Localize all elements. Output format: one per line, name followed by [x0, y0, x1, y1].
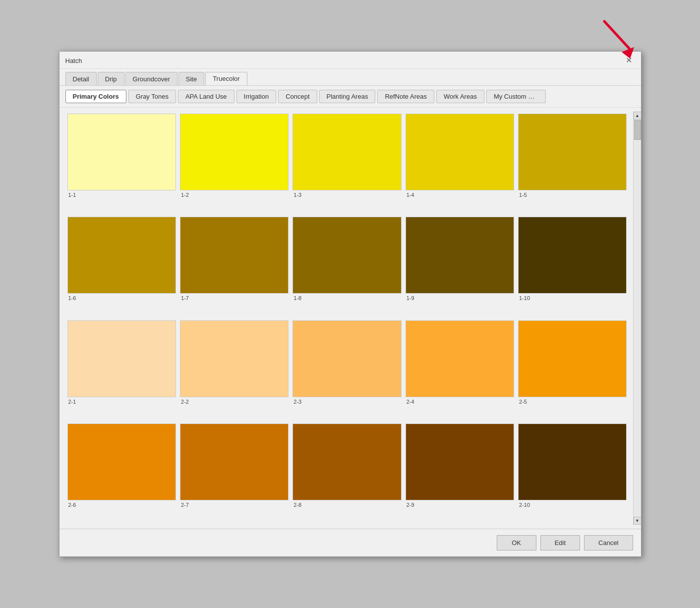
color-label-2-6: 2-6: [67, 502, 176, 508]
color-cell-2-6[interactable]: 2-6: [65, 422, 178, 525]
cat-tab-my-custom-whe[interactable]: My Custom Whe: [486, 90, 546, 103]
color-swatch-2-1: [67, 320, 176, 397]
scrollbar: ▲ ▼: [633, 112, 641, 525]
cancel-button[interactable]: Cancel: [584, 535, 633, 550]
scroll-down-button[interactable]: ▼: [634, 517, 641, 525]
cat-tab-work-areas[interactable]: Work Areas: [436, 90, 484, 103]
footer: OK Edit Cancel: [59, 529, 641, 556]
dialog-title: Hatch: [65, 57, 82, 64]
color-swatch-2-6: [67, 424, 176, 500]
color-cell-1-5[interactable]: 1-5: [516, 112, 629, 215]
color-label-1-4: 1-4: [406, 192, 514, 198]
cat-tab-primary-colors[interactable]: Primary Colors: [65, 90, 126, 103]
title-bar: Hatch ✕: [59, 52, 641, 69]
scroll-up-button[interactable]: ▲: [634, 112, 641, 120]
color-cell-2-8[interactable]: 2-8: [291, 422, 403, 525]
svg-line-0: [604, 21, 632, 51]
color-label-2-9: 2-9: [406, 502, 514, 508]
color-cell-1-10[interactable]: 1-10: [516, 215, 629, 318]
color-label-1-2: 1-2: [180, 192, 289, 198]
color-cell-2-7[interactable]: 2-7: [178, 422, 291, 525]
color-swatch-1-8: [292, 217, 401, 294]
color-grid: 1-11-21-31-41-51-61-71-81-91-102-12-22-3…: [65, 112, 633, 525]
cat-tab-irrigation[interactable]: Irrigation: [236, 90, 277, 103]
color-label-1-8: 1-8: [292, 295, 401, 301]
color-swatch-2-9: [406, 424, 514, 500]
tab-detail[interactable]: Detail: [65, 72, 97, 85]
color-label-2-1: 2-1: [67, 399, 176, 405]
tab-groundcover[interactable]: Groundcover: [125, 72, 177, 85]
tab-drip[interactable]: Drip: [98, 72, 124, 85]
color-label-1-10: 1-10: [518, 295, 627, 301]
color-swatch-2-3: [292, 320, 401, 397]
color-label-1-5: 1-5: [518, 192, 627, 198]
color-cell-2-2[interactable]: 2-2: [178, 318, 291, 422]
color-swatch-1-10: [518, 217, 627, 294]
cat-tab-apa-land-use[interactable]: APA Land Use: [178, 90, 234, 103]
color-swatch-2-7: [180, 424, 289, 500]
scroll-thumb[interactable]: [634, 120, 641, 140]
scroll-track: [634, 120, 641, 517]
cat-tab-concept[interactable]: Concept: [278, 90, 317, 103]
color-cell-2-1[interactable]: 2-1: [65, 318, 178, 422]
cat-tab-gray-tones[interactable]: Gray Tones: [128, 90, 176, 103]
cat-tab-planting-areas[interactable]: Planting Areas: [319, 90, 376, 103]
color-label-2-8: 2-8: [292, 502, 401, 508]
color-label-2-5: 2-5: [518, 399, 627, 405]
color-cell-2-10[interactable]: 2-10: [516, 422, 629, 525]
color-swatch-2-8: [292, 424, 401, 500]
top-tabs-row: Detail Drip Groundcover Site Truecolor: [59, 69, 641, 86]
color-cell-1-7[interactable]: 1-7: [178, 215, 291, 318]
color-swatch-2-10: [518, 424, 627, 500]
edit-button[interactable]: Edit: [540, 535, 580, 550]
color-cell-1-6[interactable]: 1-6: [65, 215, 178, 318]
color-swatch-1-4: [406, 114, 514, 190]
color-cell-1-2[interactable]: 1-2: [178, 112, 291, 215]
color-label-1-6: 1-6: [67, 295, 176, 301]
color-label-2-10: 2-10: [518, 502, 627, 508]
hatch-dialog: Hatch ✕ Detail Drip Groundcover Site Tru…: [59, 51, 642, 557]
color-swatch-1-3: [292, 114, 401, 190]
color-cell-2-4[interactable]: 2-4: [404, 318, 516, 422]
color-cell-1-9[interactable]: 1-9: [404, 215, 516, 318]
main-content: 1-11-21-31-41-51-61-71-81-91-102-12-22-3…: [59, 108, 641, 529]
color-label-2-7: 2-7: [180, 502, 289, 508]
color-swatch-1-1: [67, 114, 176, 190]
color-cell-2-9[interactable]: 2-9: [404, 422, 516, 525]
color-cell-1-1[interactable]: 1-1: [65, 112, 178, 215]
color-label-2-3: 2-3: [292, 399, 401, 405]
color-swatch-1-7: [180, 217, 289, 294]
color-swatch-2-2: [180, 320, 289, 397]
color-label-1-9: 1-9: [406, 295, 514, 301]
color-cell-1-4[interactable]: 1-4: [404, 112, 516, 215]
color-cell-2-3[interactable]: 2-3: [291, 318, 403, 422]
color-swatch-2-5: [518, 320, 627, 397]
tab-truecolor[interactable]: Truecolor: [205, 72, 247, 85]
color-swatch-1-6: [67, 217, 176, 294]
close-button[interactable]: ✕: [623, 56, 635, 65]
color-label-1-3: 1-3: [292, 192, 401, 198]
color-label-2-2: 2-2: [180, 399, 289, 405]
cat-tab-refnote-areas[interactable]: RefNote Areas: [377, 90, 434, 103]
ok-button[interactable]: OK: [497, 535, 536, 550]
color-swatch-1-9: [406, 217, 514, 294]
color-label-1-1: 1-1: [67, 192, 176, 198]
color-cell-1-8[interactable]: 1-8: [291, 215, 403, 318]
tab-site[interactable]: Site: [178, 72, 204, 85]
color-swatch-2-4: [406, 320, 514, 397]
category-tabs-row: Primary Colors Gray Tones APA Land Use I…: [59, 86, 641, 108]
color-swatch-1-2: [180, 114, 289, 190]
color-label-1-7: 1-7: [180, 295, 289, 301]
color-swatch-1-5: [518, 114, 627, 190]
color-cell-1-3[interactable]: 1-3: [291, 112, 403, 215]
color-cell-2-5[interactable]: 2-5: [516, 318, 629, 422]
color-label-2-4: 2-4: [406, 399, 514, 405]
